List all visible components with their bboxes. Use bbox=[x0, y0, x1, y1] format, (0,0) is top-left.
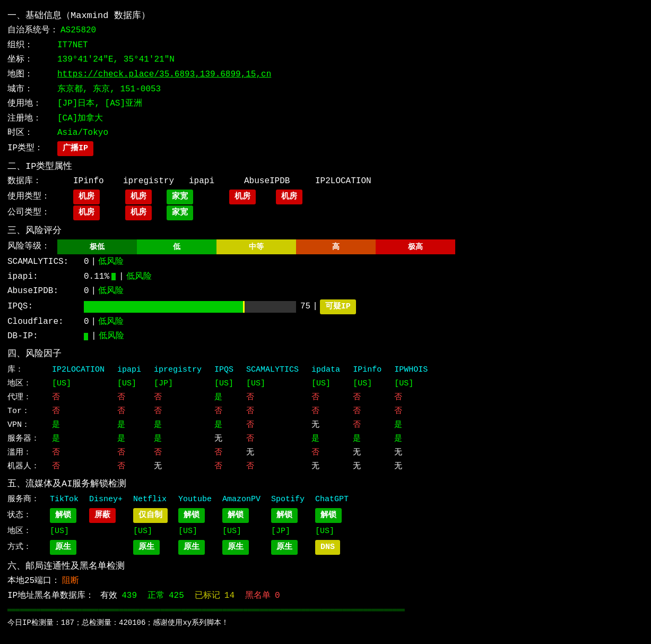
server-ipqs: 无 bbox=[208, 432, 240, 446]
service-amazonpv: AmazonPV bbox=[217, 492, 266, 507]
comptype-ipapi: 家宽 bbox=[167, 205, 193, 220]
service-header-row: 服务商： TikTok Disney+ Netflix Youtube Amaz… bbox=[7, 492, 354, 507]
region-label: 地区： bbox=[7, 524, 45, 539]
tor-ipregistry: 否 bbox=[147, 405, 208, 418]
section6: 六、邮局连通性及黑名单检测 本地25端口： 阻断 IP地址黑名单数据库： 有效 … bbox=[7, 559, 644, 603]
section2-title: 二、IP类型属性 bbox=[7, 159, 644, 174]
risk-row-abuse: 滥用： 否 否 否 否 无 否 无 无 bbox=[7, 446, 434, 460]
proxy-scamalytics: 否 bbox=[240, 391, 305, 405]
section6-title: 六、邮局连通性及黑名单检测 bbox=[7, 559, 644, 573]
risk-header-ipregistry: ipregistry bbox=[147, 363, 208, 377]
risk-header-ipapi: ipapi bbox=[111, 363, 147, 377]
risk-very-low: 极低 bbox=[57, 239, 137, 254]
footer-text: 今日IP检测量：187；总检测量：420106；感谢使用xy系列脚本！ bbox=[7, 617, 644, 629]
server-ipwhois: 是 bbox=[388, 432, 434, 446]
region-row: 地区： [US] [US] [US] [US] [JP] [US] bbox=[7, 524, 354, 539]
iptype-label: IP类型： bbox=[7, 142, 55, 156]
proxy-ipqs: 是 bbox=[208, 391, 240, 405]
cloudflare-value: 0 bbox=[84, 315, 89, 329]
risk-factor-table: 库： IP2LOCATION ipapi ipregistry IPQS SCA… bbox=[7, 363, 434, 474]
map-label: 地图： bbox=[7, 68, 55, 82]
db-ipinfo: IPinfo bbox=[57, 175, 121, 188]
reg-value: [CA]加拿大 bbox=[57, 112, 103, 126]
bot-ipregistry: 无 bbox=[147, 460, 208, 474]
proxy-label: 代理： bbox=[7, 391, 46, 405]
abuseipdb-sep: | bbox=[91, 285, 97, 298]
ipapi-value: 0.11% bbox=[84, 270, 109, 284]
city-value: 东京都, 东京, 151-0053 bbox=[57, 83, 161, 97]
method-spotify: 原生 bbox=[266, 539, 310, 556]
region-ipwhois: [US] bbox=[388, 377, 434, 391]
method-netflix: 原生 bbox=[128, 539, 173, 556]
region-ipinfo: [US] bbox=[346, 377, 388, 391]
vpn-ipwhois: 是 bbox=[388, 418, 434, 432]
ipqs-bar-outer bbox=[84, 301, 296, 313]
map-link[interactable]: https://check.place/35.6893,139.6899,15,… bbox=[57, 68, 271, 82]
tor-ipapi: 否 bbox=[111, 405, 147, 418]
org-value: IT7NET bbox=[57, 39, 88, 53]
server-label: 服务器： bbox=[7, 432, 46, 446]
coord-value: 139°41'24"E, 35°41'21"N bbox=[57, 53, 175, 67]
valid-value: 439 bbox=[121, 589, 137, 603]
section3-title: 三、风险评分 bbox=[7, 224, 644, 238]
vpn-ipregistry: 是 bbox=[147, 418, 208, 432]
region-ipregistry: [JP] bbox=[147, 377, 208, 391]
region-label: 地区： bbox=[7, 377, 46, 391]
region-tiktok: [US] bbox=[45, 524, 84, 539]
abuse-ipinfo: 无 bbox=[346, 446, 388, 460]
method-amazonpv: 原生 bbox=[217, 539, 266, 556]
tor-ipqs: 否 bbox=[208, 405, 240, 418]
status-chatgpt: 解锁 bbox=[310, 507, 354, 524]
risk-row-region: 地区： [US] [US] [JP] [US] [US] [US] [US] [… bbox=[7, 377, 434, 391]
server-ipapi: 是 bbox=[111, 432, 147, 446]
section4: 四、风险因子 库： IP2LOCATION ipapi ipregistry I… bbox=[7, 347, 644, 474]
risk-label: 风险等级： bbox=[7, 240, 55, 254]
db-ipapi: ipapi bbox=[189, 175, 242, 188]
ipqs-sep: | bbox=[313, 300, 318, 314]
risk-row-server: 服务器： 是 是 是 无 否 是 是 是 bbox=[7, 432, 434, 446]
risk-row-vpn: VPN： 是 是 是 是 否 无 否 是 bbox=[7, 418, 434, 432]
blacklist2-label: 黑名单 bbox=[245, 589, 271, 603]
risk-row-tor: Tor： 否 否 否 否 否 否 否 否 bbox=[7, 405, 434, 418]
abuse-ipdata: 否 bbox=[305, 446, 346, 460]
usetype-ipapi: 家宽 bbox=[167, 190, 193, 204]
scamalytics-label: SCAMALYTICS: bbox=[7, 255, 82, 269]
risk-header-ipdata: ipdata bbox=[305, 363, 346, 377]
bot-scamalytics: 否 bbox=[240, 460, 305, 474]
service-disney: Disney+ bbox=[84, 492, 128, 507]
proxy-ipinfo: 否 bbox=[346, 391, 388, 405]
tor-ip2location: 否 bbox=[46, 405, 111, 418]
ipapi-bar bbox=[111, 273, 116, 280]
proxy-ipdata: 否 bbox=[305, 391, 346, 405]
dbip-label: DB-IP: bbox=[7, 330, 82, 344]
risk-row-bot: 机器人： 否 否 无 否 否 无 无 无 bbox=[7, 460, 434, 474]
comptype-ipregistry: 机房 bbox=[125, 205, 152, 220]
dbip-bar bbox=[84, 333, 88, 340]
usetype-ipinfo: 机房 bbox=[73, 190, 100, 204]
marked-label: 已标记 bbox=[195, 589, 220, 603]
proxy-ipapi: 否 bbox=[111, 391, 147, 405]
section5: 五、流媒体及AI服务解锁检测 服务商： TikTok Disney+ Netfl… bbox=[7, 477, 644, 556]
region-scamalytics: [US] bbox=[240, 377, 305, 391]
org-label: 组织： bbox=[7, 39, 55, 53]
status-amazonpv: 解锁 bbox=[217, 507, 266, 524]
dbip-risk: 低风险 bbox=[99, 330, 124, 344]
region-ipqs: [US] bbox=[208, 377, 240, 391]
bot-ipapi: 否 bbox=[111, 460, 147, 474]
comptype-ipinfo: 机房 bbox=[73, 205, 100, 220]
abuse-ipregistry: 否 bbox=[147, 446, 208, 460]
ipapi-risk: 低风险 bbox=[126, 270, 152, 284]
service-chatgpt: ChatGPT bbox=[310, 492, 354, 507]
tor-ipwhois: 否 bbox=[388, 405, 434, 418]
risk-high: 高 bbox=[296, 239, 376, 254]
region-spotify: [JP] bbox=[266, 524, 310, 539]
risk-header-ipqs: IPQS bbox=[208, 363, 240, 377]
bot-ipqs: 否 bbox=[208, 460, 240, 474]
ipapi-sep: | bbox=[119, 270, 124, 284]
cloudflare-label: Cloudflare: bbox=[7, 315, 82, 329]
scamalytics-value: 0 bbox=[84, 255, 89, 269]
cloudflare-risk: 低风险 bbox=[98, 315, 124, 329]
db-ipregistry: ipregistry bbox=[123, 175, 187, 188]
db-ip2location: IP2LOCATION bbox=[315, 175, 371, 188]
asn-label: 自治系统号： bbox=[7, 24, 58, 38]
